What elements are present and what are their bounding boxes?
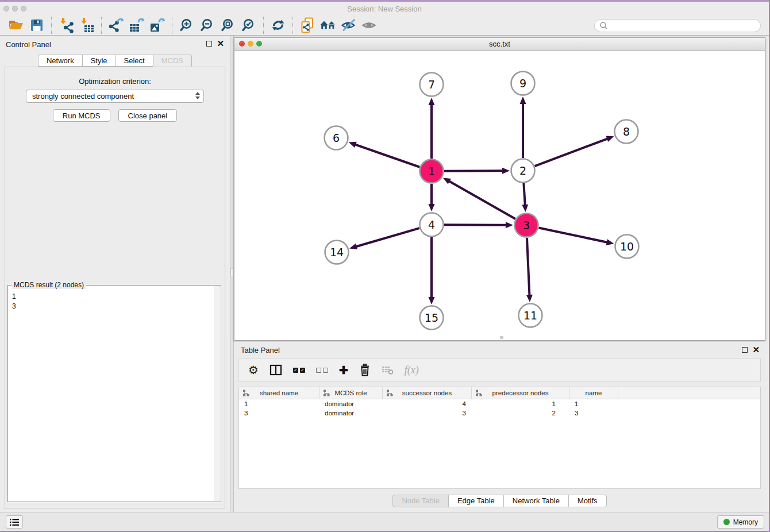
- export-image-button[interactable]: [147, 16, 168, 34]
- hide-panel-button[interactable]: [338, 16, 359, 34]
- graph-node-6[interactable]: [325, 126, 348, 150]
- zoom-in-button[interactable]: [176, 16, 197, 34]
- column-header-mcds-role[interactable]: MCDS role: [319, 387, 383, 399]
- graph-edge-4-3[interactable]: [444, 225, 507, 225]
- select-all-button[interactable]: ✓ ✓: [293, 361, 305, 379]
- zoom-selected-button[interactable]: [238, 16, 259, 34]
- network-window-titlebar: × − + scc.txt: [234, 38, 765, 51]
- tab-select[interactable]: Select: [116, 55, 153, 67]
- graph-edge-3-1[interactable]: [449, 181, 515, 219]
- close-panel-button[interactable]: Close panel: [118, 109, 178, 122]
- graph-node-9[interactable]: [511, 72, 535, 95]
- show-panel-button[interactable]: [359, 16, 380, 34]
- graph-edge-2-8[interactable]: [535, 138, 609, 166]
- column-header-successor-nodes[interactable]: successor nodes: [383, 387, 472, 399]
- close-table-panel-icon[interactable]: ✕: [752, 347, 760, 353]
- tree-icon: [475, 390, 482, 396]
- graph-node-14[interactable]: [325, 241, 349, 264]
- graph-node-7[interactable]: [420, 73, 444, 97]
- duplicate-network-icon: [300, 17, 315, 33]
- network-minimize-button[interactable]: −: [248, 41, 253, 47]
- graph-node-4[interactable]: [420, 213, 444, 237]
- mcds-result-textarea[interactable]: 1 3: [9, 291, 213, 501]
- maximize-window-button[interactable]: [21, 6, 26, 11]
- zoom-out-button[interactable]: [197, 16, 218, 34]
- tab-network[interactable]: Network: [38, 55, 83, 67]
- toolbar-separator: [101, 17, 102, 34]
- zoom-fit-button[interactable]: [218, 16, 238, 34]
- refresh-button[interactable]: [268, 16, 288, 34]
- graph-node-11[interactable]: [519, 304, 542, 327]
- search-input[interactable]: [611, 21, 756, 29]
- export-table-button[interactable]: [126, 16, 147, 34]
- duplicate-network-button[interactable]: [297, 16, 318, 34]
- tab-mcds[interactable]: MCDS: [153, 55, 192, 67]
- delete-columns-button[interactable]: [359, 361, 371, 379]
- tab-node-table[interactable]: Node Table: [392, 495, 449, 507]
- graph-edge-3-11[interactable]: [527, 238, 530, 296]
- task-history-button[interactable]: [6, 515, 23, 529]
- network-resize-grip[interactable]: [500, 336, 503, 339]
- result-scrollbar[interactable]: [214, 286, 220, 501]
- column-header-name[interactable]: name: [569, 387, 618, 399]
- tab-style[interactable]: Style: [82, 55, 116, 67]
- checked-box-icon: ✓: [293, 368, 298, 373]
- cell-successor-nodes: 3: [383, 410, 472, 417]
- column-header-predecessor-nodes[interactable]: predecessor nodes: [472, 387, 569, 399]
- network-close-button[interactable]: ×: [239, 41, 245, 47]
- graph-node-3[interactable]: [515, 214, 538, 237]
- delete-table-button[interactable]: [382, 361, 394, 379]
- graph-node-15[interactable]: [420, 306, 444, 330]
- close-panel-icon[interactable]: ✕: [217, 41, 224, 47]
- graph-node-2[interactable]: [511, 159, 535, 183]
- function-builder-button[interactable]: f(x): [405, 361, 419, 379]
- network-maximize-button[interactable]: +: [256, 41, 262, 47]
- add-column-button[interactable]: ✚: [339, 361, 348, 379]
- graph-edge-2-3[interactable]: [523, 183, 525, 206]
- close-window-button[interactable]: [3, 6, 9, 11]
- table-row[interactable]: 1 dominator 4 1 1: [239, 399, 760, 408]
- show-columns-button[interactable]: [270, 361, 282, 379]
- graph-edge-1-6[interactable]: [355, 144, 419, 167]
- zoom-out-icon: [200, 18, 215, 33]
- float-table-panel-icon[interactable]: [742, 347, 748, 353]
- graph-node-8[interactable]: [615, 120, 638, 144]
- save-session-button[interactable]: [26, 16, 47, 34]
- save-floppy-icon: [29, 18, 44, 33]
- graph-canvas: 1234678910111415: [234, 51, 766, 341]
- import-table-button[interactable]: [76, 16, 97, 34]
- tree-icon: [242, 390, 249, 396]
- memory-button[interactable]: Memory: [717, 515, 764, 529]
- graph-node-1[interactable]: [420, 160, 444, 183]
- panel-splitter[interactable]: [230, 36, 234, 512]
- table-row[interactable]: 3 dominator 3 2 3: [239, 408, 760, 418]
- gear-icon: ⚙: [248, 363, 259, 377]
- column-header-shared-name[interactable]: shared name: [239, 387, 319, 399]
- graph-edge-arrow: [522, 205, 528, 212]
- graph-node-10[interactable]: [615, 235, 639, 259]
- tab-network-table[interactable]: Network Table: [503, 495, 569, 507]
- open-session-button[interactable]: [6, 16, 26, 34]
- graph-edge-4-14[interactable]: [356, 228, 419, 246]
- table-mode-button[interactable]: ⚙: [248, 361, 259, 379]
- float-panel-icon[interactable]: [206, 41, 212, 47]
- graph-edge-3-10[interactable]: [539, 228, 608, 242]
- export-network-button[interactable]: [106, 16, 126, 34]
- graph-edge-1-2[interactable]: [444, 171, 503, 171]
- network-overview-button[interactable]: [318, 16, 338, 34]
- mcds-result-group: MCDS result (2 nodes) 1 3: [7, 285, 221, 502]
- graph-edge-arrow: [349, 142, 357, 148]
- tab-motifs[interactable]: Motifs: [568, 495, 607, 507]
- table-panel: Table Panel ✕ ⚙ ✓ ✓: [234, 342, 765, 512]
- import-network-button[interactable]: [56, 16, 76, 34]
- table-panel-title: Table Panel: [241, 346, 280, 354]
- splitter-grip[interactable]: [230, 268, 233, 277]
- unchecked-box-icon: [316, 368, 321, 373]
- criterion-select[interactable]: strongly connected component: [26, 90, 204, 103]
- minimize-window-button[interactable]: [12, 6, 18, 11]
- tab-edge-table[interactable]: Edge Table: [448, 495, 504, 507]
- cell-name: 3: [569, 410, 618, 417]
- run-mcds-button[interactable]: Run MCDS: [53, 109, 110, 122]
- tree-icon: [386, 390, 393, 396]
- deselect-all-button[interactable]: [316, 361, 328, 379]
